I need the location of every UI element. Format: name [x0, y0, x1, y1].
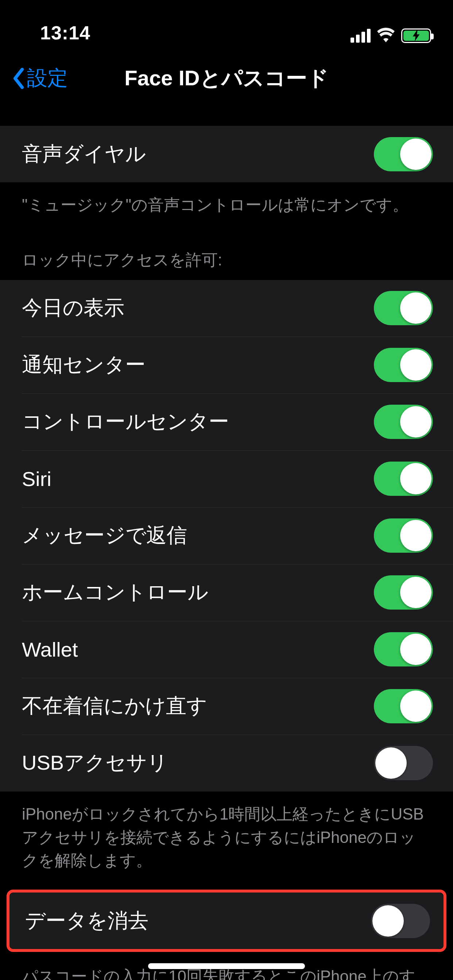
page-title: Face IDとパスコード [124, 64, 328, 92]
back-label: 設定 [27, 65, 68, 92]
chevron-left-icon [11, 67, 27, 89]
lock-access-label: 通知センター [22, 351, 145, 379]
lock-access-label: メッセージで返信 [22, 522, 187, 549]
erase-data-label: データを消去 [25, 907, 148, 935]
lock-access-label: USBアクセサリ [22, 749, 168, 777]
status-time: 13:14 [40, 22, 91, 44]
back-button[interactable]: 設定 [11, 65, 68, 92]
lock-access-label: Siri [22, 467, 51, 491]
lock-access-toggle[interactable] [374, 291, 433, 325]
lock-access-row[interactable]: 通知センター [0, 337, 453, 393]
lock-access-label: Wallet [22, 638, 78, 661]
erase-data-row[interactable]: データを消去 [10, 892, 443, 949]
voice-dial-toggle[interactable] [374, 137, 433, 171]
battery-icon [401, 29, 431, 43]
lock-access-toggle[interactable] [374, 746, 433, 780]
erase-data-highlight: データを消去 [6, 889, 447, 952]
lock-access-toggle[interactable] [374, 405, 433, 439]
lock-access-toggle[interactable] [374, 461, 433, 496]
home-indicator[interactable] [148, 963, 305, 969]
lock-access-label: コントロールセンター [22, 408, 229, 436]
lock-access-row[interactable]: ホームコントロール [0, 565, 453, 621]
lock-access-header: ロック中にアクセスを許可: [0, 228, 453, 280]
cellular-signal-icon [351, 29, 370, 43]
lock-access-row[interactable]: Siri [0, 450, 453, 507]
lock-access-label: 今日の表示 [22, 294, 124, 322]
lock-access-row[interactable]: USBアクセサリ [0, 735, 453, 792]
lock-access-list: 今日の表示通知センターコントロールセンターSiriメッセージで返信ホームコントロ… [0, 280, 453, 792]
lock-access-label: ホームコントロール [22, 579, 208, 606]
lock-access-footer: iPhoneがロックされてから1時間以上経ったときにUSBアクセサリを接続できる… [0, 792, 453, 883]
voice-dial-footer: "ミュージック"の音声コントロールは常にオンです。 [0, 182, 453, 228]
wifi-icon [377, 28, 395, 44]
lock-access-row[interactable]: Wallet [0, 621, 453, 678]
lock-access-toggle[interactable] [374, 519, 433, 553]
voice-dial-row[interactable]: 音声ダイヤル [0, 126, 453, 182]
navigation-bar: 設定 Face IDとパスコード [0, 51, 453, 106]
lock-access-row[interactable]: 不在着信にかけ直す [0, 678, 453, 735]
lock-access-toggle[interactable] [374, 689, 433, 723]
lock-access-row[interactable]: コントロールセンター [0, 394, 453, 450]
lock-access-toggle[interactable] [374, 575, 433, 609]
lock-access-label: 不在着信にかけ直す [22, 692, 207, 720]
lock-access-row[interactable]: 今日の表示 [0, 280, 453, 337]
status-bar: 13:14 [0, 0, 453, 51]
voice-dial-section: 音声ダイヤル [0, 126, 453, 182]
lock-access-row[interactable]: メッセージで返信 [0, 508, 453, 564]
lock-access-toggle[interactable] [374, 632, 433, 667]
erase-data-toggle[interactable] [371, 904, 430, 938]
voice-dial-label: 音声ダイヤル [22, 140, 146, 168]
lock-access-toggle[interactable] [374, 348, 433, 382]
status-indicators [351, 28, 431, 44]
